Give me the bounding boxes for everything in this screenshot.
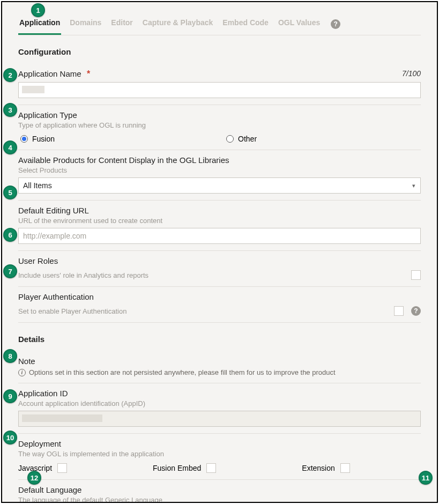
available-products-field: Available Products for Content Display i… bbox=[18, 150, 421, 201]
application-name-input[interactable] bbox=[18, 82, 421, 98]
radio-other-label: Other bbox=[238, 135, 257, 143]
callout-6: 6 bbox=[3, 228, 17, 242]
deployment-extension-checkbox[interactable] bbox=[340, 463, 350, 473]
application-id-field: Application ID Account application ident… bbox=[18, 383, 421, 434]
user-roles-checkbox[interactable] bbox=[411, 270, 421, 280]
radio-dot-icon bbox=[226, 135, 234, 143]
tab-ogl-values[interactable]: OGL Values bbox=[277, 13, 321, 35]
info-icon: i bbox=[18, 369, 26, 376]
required-star-icon: * bbox=[87, 69, 90, 78]
user-roles-label: User Roles bbox=[18, 256, 58, 265]
deployment-extension-label: Extension bbox=[302, 464, 334, 472]
callout-7: 7 bbox=[3, 264, 17, 278]
tab-domains[interactable]: Domains bbox=[69, 13, 102, 35]
available-products-select[interactable]: All Items bbox=[18, 177, 421, 194]
deployment-field: Deployment The way OGL is implemented in… bbox=[18, 434, 421, 480]
deployment-js-checkbox[interactable] bbox=[57, 463, 67, 473]
radio-fusion[interactable]: Fusion bbox=[20, 135, 55, 143]
user-roles-field: User Roles Include users' role in Analyt… bbox=[18, 251, 421, 287]
tab-capture-playback[interactable]: Capture & Playback bbox=[142, 13, 214, 35]
application-id-sublabel: Account application identification (AppI… bbox=[18, 399, 421, 407]
radio-dot-checked-icon bbox=[20, 135, 28, 143]
default-editing-url-sublabel: URL of the environment used to create co… bbox=[18, 217, 421, 225]
details-heading: Details bbox=[18, 335, 421, 344]
callout-3: 3 bbox=[3, 103, 17, 117]
available-products-sublabel: Select Products bbox=[18, 166, 421, 174]
callout-5: 5 bbox=[3, 186, 17, 199]
tabs-bar: Application Domains Editor Capture & Pla… bbox=[18, 13, 421, 35]
help-icon[interactable]: ? bbox=[331, 19, 340, 29]
deployment-fusion-embed-checkbox[interactable] bbox=[206, 463, 216, 473]
radio-other[interactable]: Other bbox=[226, 135, 257, 143]
configuration-heading: Configuration bbox=[18, 47, 421, 56]
note-field: Note i Options set in this section are n… bbox=[18, 351, 421, 383]
player-auth-checkbox[interactable] bbox=[394, 306, 404, 316]
application-type-label: Application Type bbox=[18, 110, 77, 120]
default-editing-url-input[interactable] bbox=[18, 228, 421, 244]
callout-8: 8 bbox=[3, 349, 17, 363]
application-type-sublabel: Type of application where OGL is running bbox=[18, 121, 421, 129]
tab-embed-code[interactable]: Embed Code bbox=[221, 13, 270, 35]
application-name-field: Application Name * 7/100 bbox=[18, 64, 421, 105]
callout-1: 1 bbox=[31, 3, 45, 17]
player-auth-sublabel: Set to enable Player Authentication bbox=[18, 307, 127, 315]
deployment-label: Deployment bbox=[18, 439, 61, 448]
callout-9: 9 bbox=[3, 389, 17, 403]
default-editing-url-label: Default Editing URL bbox=[18, 206, 89, 215]
default-language-field: Default Language The language of the def… bbox=[18, 480, 421, 503]
radio-fusion-label: Fusion bbox=[32, 135, 55, 143]
deployment-fusion-embed-label: Fusion Embed bbox=[153, 464, 201, 472]
application-name-char-count: 7/100 bbox=[402, 69, 421, 78]
tab-editor[interactable]: Editor bbox=[110, 13, 133, 35]
application-type-field: Application Type Type of application whe… bbox=[18, 105, 421, 150]
callout-11: 11 bbox=[419, 471, 433, 485]
note-label: Note bbox=[18, 357, 35, 366]
default-editing-url-field: Default Editing URL URL of the environme… bbox=[18, 201, 421, 251]
callout-4: 4 bbox=[3, 140, 17, 154]
application-id-label: Application ID bbox=[18, 389, 68, 398]
deployment-sublabel: The way OGL is implemented in the applic… bbox=[18, 450, 421, 458]
note-text: Options set in this section are not pers… bbox=[29, 368, 336, 376]
callout-12: 12 bbox=[27, 471, 41, 485]
callout-2: 2 bbox=[3, 68, 17, 82]
player-auth-field: Player Authentication Set to enable Play… bbox=[18, 287, 421, 323]
player-auth-label: Player Authentication bbox=[18, 292, 94, 301]
help-icon[interactable]: ? bbox=[411, 306, 421, 316]
user-roles-sublabel: Include users' role in Analytics and rep… bbox=[18, 271, 148, 279]
default-language-sublabel: The language of the default Generic Lang… bbox=[18, 496, 421, 503]
application-name-label: Application Name bbox=[18, 69, 81, 78]
default-language-label: Default Language bbox=[18, 485, 81, 494]
callout-10: 10 bbox=[3, 431, 17, 444]
available-products-label: Available Products for Content Display i… bbox=[18, 155, 229, 165]
